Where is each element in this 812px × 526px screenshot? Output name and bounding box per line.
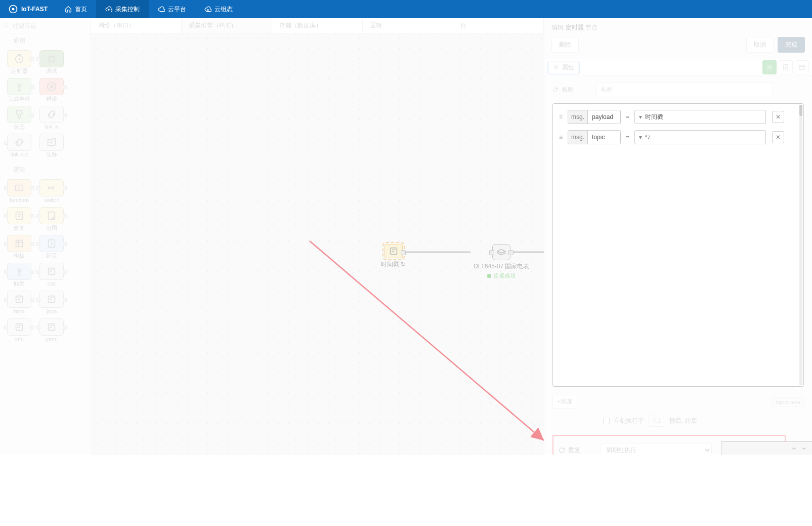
canvas-area: 网络（串口）采集引擎（PLC）存储（数据库）逻辑百 时间戳 ↻DLT645-07… [91,18,544,455]
palette-node[interactable]: 完成事件 [5,78,33,102]
flow-canvas[interactable]: 时间戳 ↻DLT645-07 国家电表连接成功msg.payload [91,33,544,455]
once-label: 立刻执行于 [614,417,644,425]
palette-node[interactable]: 定时器 [5,50,33,74]
palette-category[interactable]: 通用 [0,33,91,48]
once-delay-input[interactable] [648,415,665,427]
rule-row: ≡ msg.topic = ▾ᵃz ✕ [556,127,800,147]
chevron-down-icon [5,38,10,44]
chevron-up-icon[interactable] [791,446,797,452]
svg-point-6 [18,84,21,87]
palette-node[interactable]: 延迟 [37,235,66,259]
palette-node[interactable]: csv [37,263,66,287]
svg-point-28 [556,88,557,89]
rule-row: ≡ msg.payload = ▾时间戳 ✕ [556,107,800,127]
tab-properties[interactable]: 属性 [547,61,580,74]
svg-rect-18 [49,296,55,303]
flow-tab[interactable]: 逻辑 [363,18,453,33]
palette-node[interactable]: yaml [37,318,66,342]
svg-point-25 [768,66,771,68]
palette-node[interactable]: 改变 [5,207,33,231]
svg-point-3 [4,23,8,27]
name-input[interactable] [596,82,773,97]
flow-tab[interactable]: 采集引擎（PLC） [182,18,272,33]
layout-icon [798,64,805,71]
cloud-gear-icon [204,6,211,13]
flow-node[interactable]: DLT645-07 国家电表连接成功 [474,244,529,279]
value-type-select[interactable]: ▾时间戳 [634,110,766,124]
palette-node[interactable]: xml [5,318,33,342]
palette-node[interactable]: 状态 [5,106,33,130]
svg-rect-22 [390,248,397,255]
equals-label: = [624,113,631,120]
nav-label: 云平台 [168,5,186,14]
palette-node[interactable]: html [5,291,33,314]
palette-filter-input[interactable] [0,18,91,33]
gear-icon [553,64,559,70]
name-label: 名称 [552,86,591,94]
palette-node[interactable]: 调试 [37,50,66,74]
nav-collect[interactable]: 采集控制 [96,0,149,18]
palette-node[interactable]: link in [37,106,66,130]
nav-label: 首页 [75,5,87,14]
svg-rect-11 [49,212,55,220]
done-button[interactable]: 完成 [778,37,805,53]
svg-point-9 [49,187,51,189]
svg-point-12 [53,217,55,219]
palette-node[interactable]: 注释 [37,134,66,157]
rule-list: ≡ msg.payload = ▾时间戳 ✕ ≡ msg.topic = ▾ᵃz… [552,103,804,387]
app-name: IoT-FAST [21,6,48,13]
svg-point-1 [12,8,15,11]
remove-rule-button[interactable]: ✕ [772,111,784,123]
remove-rule-button[interactable]: ✕ [772,131,784,143]
palette-node[interactable]: link out [5,134,33,157]
tab-label: 属性 [562,63,574,72]
palette-node[interactable]: 范围 [37,207,66,231]
palette-node[interactable]: 错误 [37,78,66,102]
nav-label: 采集控制 [115,5,140,14]
palette-category[interactable]: 逻辑 [0,163,91,177]
inject-once-row: 立刻执行于 秒后, 此后 [603,415,804,427]
svg-rect-27 [799,65,805,69]
palette-node[interactable]: switch [37,179,66,203]
palette-node[interactable]: function [5,179,33,203]
flow-node[interactable]: 时间戳 ↻ [381,244,406,269]
flow-tabs: 网络（串口）采集引擎（PLC）存储（数据库）逻辑百 [91,18,544,33]
palette-node[interactable]: json [37,291,66,314]
palette-node[interactable]: 模板 [5,235,33,259]
msg-key[interactable]: msg.topic [568,130,621,144]
equals-label: = [624,134,631,141]
cloud-icon [158,6,165,13]
drag-handle-icon[interactable]: ≡ [557,134,565,141]
add-rule-button[interactable]: +添加 [552,395,577,409]
value-type-select[interactable]: ▾ᵃz [634,130,766,144]
rule-scrollbar[interactable] [799,105,802,385]
tab-appearance[interactable] [795,60,809,74]
flow-tab[interactable]: 存储（数据库） [272,18,363,33]
logo-icon [8,4,18,14]
app-logo: IoT-FAST [0,4,56,14]
flow-tab[interactable]: 百 [453,18,544,33]
cancel-button[interactable]: 取消 [746,37,774,53]
repeat-mode-select[interactable]: 周期性执行 [601,443,712,455]
svg-point-15 [18,269,21,272]
nav-scada[interactable]: 云组态 [195,0,242,18]
tab-env[interactable] [762,60,777,74]
tab-docs[interactable] [779,60,793,74]
inject-now-badge[interactable]: inject now [772,397,804,407]
doc-icon [782,64,789,71]
chevron-down-icon [5,168,10,173]
drag-handle-icon[interactable]: ≡ [557,113,565,120]
footer-tray [721,441,812,455]
svg-rect-13 [16,240,23,247]
delete-button[interactable]: 删除 [551,37,579,53]
palette-node[interactable]: 触发 [5,263,33,287]
chevron-down-icon[interactable] [801,446,807,452]
inject-once-checkbox[interactable] [603,418,610,424]
nav-home[interactable]: 首页 [56,0,96,18]
flow-tab[interactable]: 网络（串口） [91,18,182,33]
msg-key[interactable]: msg.payload [568,110,621,124]
main-nav: 首页 采集控制 云平台 云组态 [56,0,242,18]
top-bar: IoT-FAST 首页 采集控制 云平台 云组态 [0,0,812,18]
nav-cloud[interactable]: 云平台 [149,0,195,18]
palette-filter [0,18,91,33]
